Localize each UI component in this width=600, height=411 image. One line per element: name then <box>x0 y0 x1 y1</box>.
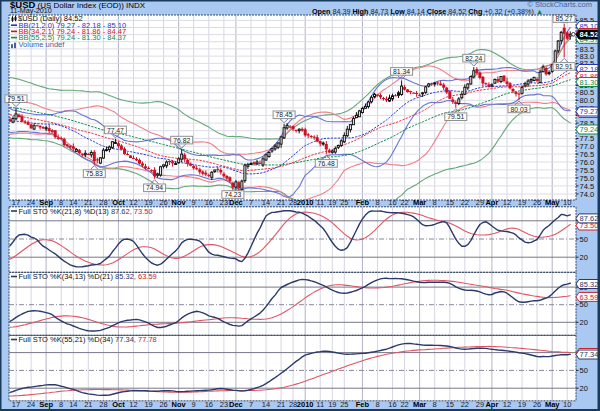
svg-text:8: 8 <box>433 198 437 207</box>
svg-text:9: 9 <box>192 400 196 409</box>
svg-text:12: 12 <box>129 400 137 409</box>
svg-text:7: 7 <box>249 400 253 409</box>
svg-text:75.0: 75.0 <box>580 174 595 183</box>
svg-text:21: 21 <box>84 400 92 409</box>
svg-text:77.0: 77.0 <box>580 142 595 151</box>
svg-text:76.5: 76.5 <box>580 150 595 159</box>
svg-text:16: 16 <box>388 400 396 409</box>
svg-text:79.51: 79.51 <box>447 113 464 120</box>
svg-text:14: 14 <box>262 198 270 207</box>
svg-text:50: 50 <box>580 366 588 375</box>
svg-text:19: 19 <box>518 198 526 207</box>
svg-text:11: 11 <box>316 198 324 207</box>
svg-text:76.0: 76.0 <box>580 158 595 167</box>
svg-text:16: 16 <box>205 400 213 409</box>
svg-text:14: 14 <box>262 400 270 409</box>
svg-text:14: 14 <box>69 400 77 409</box>
svg-text:19: 19 <box>328 198 336 207</box>
svg-text:8: 8 <box>433 400 437 409</box>
svg-text:Feb: Feb <box>356 400 370 409</box>
svg-text:87.62: 87.62 <box>580 214 599 223</box>
svg-text:81.34: 81.34 <box>393 68 410 75</box>
svg-text:Mar: Mar <box>413 400 426 409</box>
svg-text:26: 26 <box>159 400 167 409</box>
svg-text:7: 7 <box>249 198 253 207</box>
svg-text:Feb: Feb <box>356 198 370 207</box>
svg-text:17: 17 <box>12 400 20 409</box>
svg-text:11: 11 <box>316 400 324 409</box>
svg-text:84.52: 84.52 <box>580 30 599 39</box>
svg-text:74.5: 74.5 <box>580 182 595 191</box>
svg-text:20: 20 <box>580 384 588 393</box>
svg-text:12: 12 <box>503 198 511 207</box>
svg-text:74.23: 74.23 <box>224 191 241 198</box>
svg-text:Oct: Oct <box>112 400 125 409</box>
svg-text:21: 21 <box>277 198 285 207</box>
svg-text:23: 23 <box>220 198 228 207</box>
svg-text:20: 20 <box>580 253 588 262</box>
svg-text:Apr: Apr <box>485 400 498 409</box>
svg-text:79.24: 79.24 <box>580 125 599 134</box>
svg-text:15: 15 <box>446 400 454 409</box>
svg-text:Full STO %K(21,8) %D(13) 87.62: Full STO %K(21,8) %D(13) 87.62, 73.50 <box>19 207 153 216</box>
svg-text:22: 22 <box>461 198 469 207</box>
svg-text:22: 22 <box>400 198 408 207</box>
svg-text:25: 25 <box>340 400 348 409</box>
svg-text:75.83: 75.83 <box>86 170 103 177</box>
svg-text:28: 28 <box>99 400 107 409</box>
svg-text:29: 29 <box>476 400 484 409</box>
svg-text:24: 24 <box>27 400 35 409</box>
svg-text:79.51: 79.51 <box>7 95 24 102</box>
svg-text:19: 19 <box>328 400 336 409</box>
svg-text:19: 19 <box>144 400 152 409</box>
svg-text:63.59: 63.59 <box>580 293 599 302</box>
svg-text:Full STO %K(55,21) %D(34) 77.3: Full STO %K(55,21) %D(34) 77.34, 77.78 <box>19 335 157 344</box>
svg-text:26: 26 <box>533 198 541 207</box>
svg-text:15: 15 <box>446 198 454 207</box>
svg-text:76.48: 76.48 <box>318 160 335 167</box>
svg-text:May: May <box>545 400 560 409</box>
svg-text:78.45: 78.45 <box>276 111 293 118</box>
svg-text:Dec: Dec <box>229 198 243 207</box>
svg-text:8: 8 <box>375 400 379 409</box>
svg-text:26: 26 <box>533 400 541 409</box>
svg-text:85.32: 85.32 <box>580 280 599 289</box>
svg-text:81.30: 81.30 <box>580 78 599 87</box>
svg-text:29: 29 <box>476 198 484 207</box>
svg-text:Mar: Mar <box>413 198 426 207</box>
svg-text:16: 16 <box>205 198 213 207</box>
svg-text:16: 16 <box>388 198 396 207</box>
svg-text:25: 25 <box>340 198 348 207</box>
svg-text:79.27: 79.27 <box>580 107 599 116</box>
svg-text:19: 19 <box>518 400 526 409</box>
svg-text:74.94: 74.94 <box>146 184 163 191</box>
svg-text:2010: 2010 <box>297 400 314 409</box>
svg-text:85.27: 85.27 <box>555 15 572 22</box>
svg-text:Sep: Sep <box>39 400 53 409</box>
svg-text:8: 8 <box>375 198 379 207</box>
svg-text:74.0: 74.0 <box>580 190 595 199</box>
svg-text:23: 23 <box>220 400 228 409</box>
svg-text:Dec: Dec <box>229 400 243 409</box>
svg-text:77.5: 77.5 <box>580 134 595 143</box>
svg-text:10: 10 <box>563 400 571 409</box>
svg-text:22: 22 <box>461 400 469 409</box>
svg-text:Volume undef: Volume undef <box>19 40 66 49</box>
svg-text:2010: 2010 <box>297 198 314 207</box>
svg-text:10: 10 <box>563 198 571 207</box>
svg-text:26: 26 <box>159 198 167 207</box>
svg-text:82.24: 82.24 <box>465 55 482 62</box>
svg-text:Apr: Apr <box>485 198 498 207</box>
svg-text:22: 22 <box>400 400 408 409</box>
svg-text:Open 84.39 High 84.73 Low 84.1: Open 84.39 High 84.73 Low 84.14 Close 84… <box>312 7 543 16</box>
svg-text:21: 21 <box>277 400 285 409</box>
svg-text:8: 8 <box>59 400 63 409</box>
svg-text:12: 12 <box>503 400 511 409</box>
svg-text:80.03: 80.03 <box>510 106 527 113</box>
svg-text:Full STO %K(34,13) %D(21) 85.3: Full STO %K(34,13) %D(21) 85.32, 63.59 <box>19 272 157 281</box>
svg-text:77.34: 77.34 <box>580 350 599 359</box>
svg-text:76.82: 76.82 <box>173 137 190 144</box>
svg-text:May: May <box>545 198 560 207</box>
svg-text:20: 20 <box>580 318 588 327</box>
svg-text:Nov: Nov <box>172 198 187 207</box>
